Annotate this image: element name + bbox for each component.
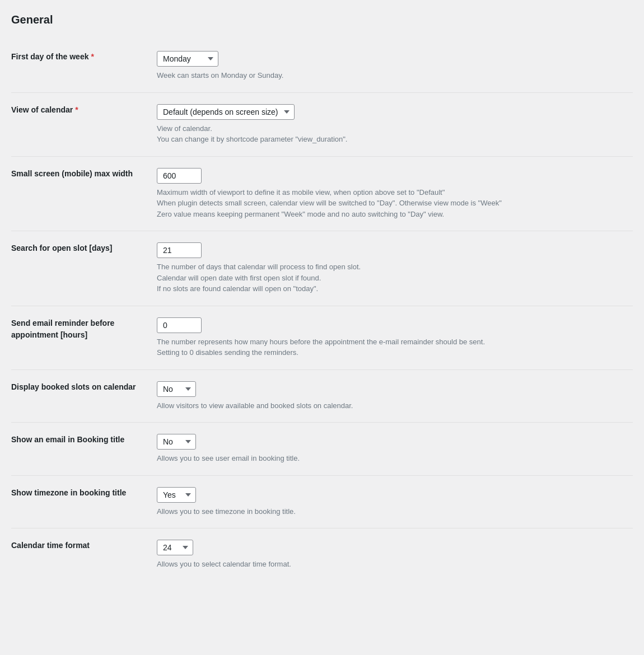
help-search-open-slot: The number of days that calendar will pr… [157,261,633,294]
control-show-timezone-booking-title: YesNoAllows you to see timezone in booki… [157,475,633,528]
small-screen-input[interactable] [157,168,202,184]
settings-row-search-open-slot: Search for open slot [days]The number of… [11,231,633,306]
show-email-select[interactable]: NoYes [157,434,196,450]
help-calendar-time-format: Allows you to select calendar time forma… [157,559,633,570]
show-timezone-select[interactable]: YesNo [157,487,196,503]
control-small-screen-max-width: Maximum width of viewport to define it a… [157,156,633,231]
label-first-day-of-week: First day of the week * [11,40,157,92]
settings-row-show-email-booking-title: Show an email in Booking titleNoYesAllow… [11,423,633,476]
required-asterisk: * [75,105,78,114]
label-small-screen-max-width: Small screen (mobile) max width [11,156,157,231]
settings-row-small-screen-max-width: Small screen (mobile) max widthMaximum w… [11,156,633,231]
settings-row-calendar-time-format: Calendar time format2412Allows you to se… [11,528,633,581]
control-display-booked-slots: NoYesAllow visitors to view available an… [157,369,633,423]
help-display-booked-slots: Allow visitors to view available and boo… [157,400,633,411]
display-booked-select[interactable]: NoYes [157,381,196,397]
label-show-timezone-booking-title: Show timezone in booking title [11,475,157,528]
control-calendar-time-format: 2412Allows you to select calendar time f… [157,528,633,581]
control-view-of-calendar: Default (depends on screen size)DayWeekV… [157,92,633,156]
control-send-email-reminder: The number represents how many hours bef… [157,306,633,369]
control-show-email-booking-title: NoYesAllows you to see user email in boo… [157,423,633,476]
label-display-booked-slots: Display booked slots on calendar [11,369,157,423]
label-send-email-reminder: Send email reminder before appointment [… [11,306,157,369]
first-day-select[interactable]: MondaySunday [157,51,218,67]
label-show-email-booking-title: Show an email in Booking title [11,423,157,476]
settings-row-first-day-of-week: First day of the week *MondaySundayWeek … [11,40,633,92]
label-calendar-time-format: Calendar time format [11,528,157,581]
time-format-select[interactable]: 2412 [157,540,193,555]
settings-row-display-booked-slots: Display booked slots on calendarNoYesAll… [11,369,633,423]
help-view-of-calendar: View of calendar.You can change it by sh… [157,123,633,145]
help-show-timezone-booking-title: Allows you to see timezone in booking ti… [157,506,633,517]
label-search-open-slot: Search for open slot [days] [11,231,157,306]
help-first-day-of-week: Week can starts on Monday or Sunday. [157,70,633,81]
control-first-day-of-week: MondaySundayWeek can starts on Monday or… [157,40,633,92]
help-send-email-reminder: The number represents how many hours bef… [157,336,633,358]
settings-row-show-timezone-booking-title: Show timezone in booking titleYesNoAllow… [11,475,633,528]
search-slot-input[interactable] [157,242,202,258]
help-show-email-booking-title: Allows you to see user email in booking … [157,453,633,464]
label-view-of-calendar: View of calendar * [11,92,157,156]
settings-row-view-of-calendar: View of calendar *Default (depends on sc… [11,92,633,156]
page-title: General [11,13,633,26]
view-calendar-select[interactable]: Default (depends on screen size)DayWeek [157,104,295,120]
control-search-open-slot: The number of days that calendar will pr… [157,231,633,306]
settings-table: First day of the week *MondaySundayWeek … [11,40,633,581]
help-small-screen-max-width: Maximum width of viewport to define it a… [157,187,633,220]
email-reminder-input[interactable] [157,317,202,333]
settings-row-send-email-reminder: Send email reminder before appointment [… [11,306,633,369]
required-asterisk: * [91,52,94,61]
